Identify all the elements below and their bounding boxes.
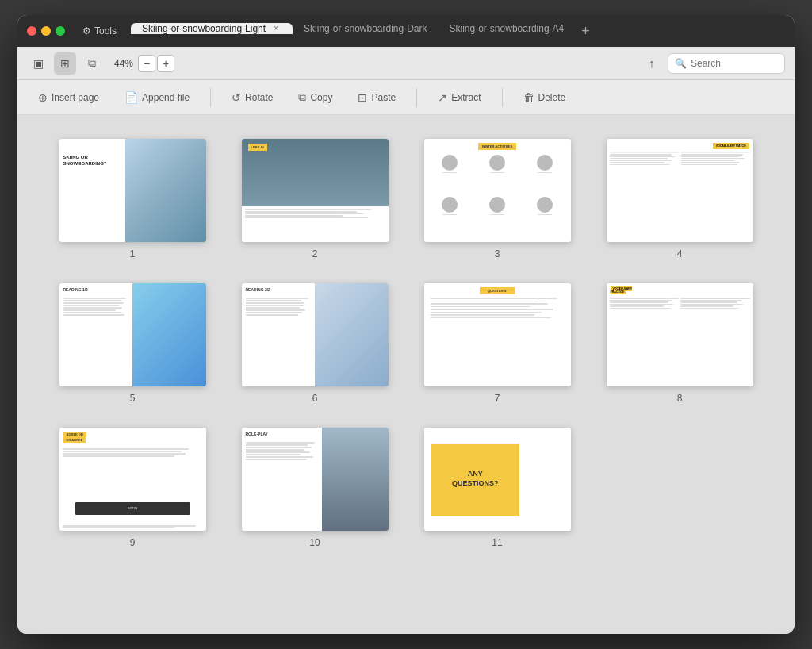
pages-area[interactable]: SKIING ORSNOWBOARDING? 1 LEAD-IN [17, 115, 795, 634]
page-thumb-11[interactable]: ANYQUESTIONS? [424, 428, 571, 531]
page-number-9: 9 [130, 537, 136, 548]
page-thumb-3[interactable]: WINTER ACTIVITIES [424, 139, 571, 242]
paste-label: Paste [371, 92, 396, 103]
grid-view-button[interactable]: ⊞ [54, 52, 76, 75]
page-11-content: ANYQUESTIONS? [424, 428, 571, 531]
tab-light-label: Skiing-or-snowboarding-Light [142, 23, 266, 34]
page-4-content: VOCABULARY MATCH [607, 139, 753, 242]
page-number-1: 1 [130, 248, 136, 259]
page-thumb-1[interactable]: SKIING ORSNOWBOARDING? [59, 139, 206, 242]
fullscreen-button[interactable] [56, 26, 65, 36]
share-button[interactable]: ↑ [641, 52, 663, 75]
page-10-content: ROLE-PLAY [242, 428, 389, 531]
delete-button[interactable]: 🗑 Delete [519, 88, 571, 107]
page-item-6[interactable]: READING 2/2 6 [232, 283, 398, 404]
divider-3 [502, 88, 503, 107]
page-number-8: 8 [677, 393, 683, 404]
page-number-3: 3 [495, 248, 500, 259]
page-number-6: 6 [312, 393, 318, 404]
sidebar-icon: ▣ [33, 57, 44, 70]
rotate-button[interactable]: ↺ Rotate [227, 88, 278, 107]
page-item-4[interactable]: VOCABULARY MATCH [596, 139, 763, 259]
copy-button[interactable]: ⧉ Copy [293, 87, 337, 107]
zoom-in-button[interactable]: + [157, 55, 174, 72]
append-icon: 📄 [124, 91, 138, 104]
copy-icon: ⧉ [298, 90, 306, 104]
action-bar: ⊕ Insert page 📄 Append file ↺ Rotate ⧉ C… [17, 80, 795, 115]
delete-icon: 🗑 [523, 91, 534, 104]
page-number-11: 11 [492, 537, 502, 548]
page-number-2: 2 [312, 248, 318, 259]
page-item-10[interactable]: ROLE-PLAY 10 [232, 428, 398, 548]
traffic-lights [27, 26, 65, 36]
search-box[interactable]: 🔍 [668, 53, 785, 74]
page-item-7[interactable]: QUESTIONS 7 [414, 283, 580, 404]
panel-icon: ⧉ [88, 56, 96, 70]
share-icon: ↑ [649, 56, 655, 70]
page-number-5: 5 [130, 393, 136, 404]
panel-view-button[interactable]: ⧉ [81, 52, 103, 75]
zoom-control: 44% − + [111, 55, 174, 72]
paste-button[interactable]: ⊡ Paste [353, 88, 400, 107]
main-window: ⚙ Tools Skiing-or-snowboarding-Light ✕ S… [17, 15, 795, 634]
page-item-3[interactable]: WINTER ACTIVITIES [414, 139, 580, 259]
tools-button[interactable]: ⚙ Tools [78, 24, 121, 38]
toolbar: ▣ ⊞ ⧉ 44% − + ↑ 🔍 [17, 47, 795, 80]
append-file-button[interactable]: 📄 Append file [120, 88, 194, 107]
search-input[interactable] [691, 58, 778, 69]
paste-icon: ⊡ [358, 91, 367, 104]
extract-button[interactable]: ↗ Extract [433, 88, 485, 107]
search-icon: 🔍 [675, 58, 687, 69]
page-number-10: 10 [309, 537, 320, 548]
tabs-container: Skiing-or-snowboarding-Light ✕ Skiing-or… [131, 23, 785, 40]
page-9-content: AGREE OR DISAGREE BUTTON [59, 428, 206, 531]
page-thumb-6[interactable]: READING 2/2 [242, 283, 389, 386]
extract-icon: ↗ [438, 91, 447, 104]
page-thumb-2[interactable]: LEAD-IN [242, 139, 389, 242]
tab-light-close[interactable]: ✕ [270, 23, 282, 34]
new-tab-button[interactable]: + [575, 23, 596, 40]
page-thumb-9[interactable]: AGREE OR DISAGREE BUTTON [59, 428, 206, 531]
gear-icon: ⚙ [82, 25, 91, 36]
page-item-9[interactable]: AGREE OR DISAGREE BUTTON [49, 428, 216, 548]
rotate-icon: ↺ [232, 91, 241, 104]
tab-light[interactable]: Skiing-or-snowboarding-Light ✕ [131, 23, 293, 34]
tab-dark-label: Skiing-or-snowboarding-Dark [304, 23, 427, 34]
page-thumb-8[interactable]: VOCABULARYPRACTICE [607, 283, 753, 386]
zoom-level-label: 44% [111, 58, 136, 69]
pages-grid: SKIING ORSNOWBOARDING? 1 LEAD-IN [49, 139, 763, 548]
minimize-button[interactable] [41, 26, 51, 36]
page-item-8[interactable]: VOCABULARYPRACTICE [596, 283, 763, 404]
tools-label: Tools [94, 25, 117, 36]
append-label: Append file [142, 92, 190, 103]
tab-dark[interactable]: Skiing-or-snowboarding-Dark [293, 23, 438, 34]
copy-label: Copy [310, 92, 332, 103]
page-8-content: VOCABULARYPRACTICE [607, 283, 753, 386]
page-item-2[interactable]: LEAD-IN 2 [232, 139, 398, 259]
tab-a4-label: Skiing-or-snowboarding-A4 [450, 23, 565, 34]
page-5-content: READING 1/2 [59, 283, 206, 386]
tab-a4[interactable]: Skiing-or-snowboarding-A4 [439, 23, 576, 34]
zoom-out-button[interactable]: − [138, 55, 155, 72]
page-6-content: READING 2/2 [242, 283, 389, 386]
insert-icon: ⊕ [38, 91, 48, 104]
page-3-content: WINTER ACTIVITIES [424, 139, 571, 242]
rotate-label: Rotate [245, 92, 273, 103]
page-item-11[interactable]: ANYQUESTIONS? 11 [414, 428, 580, 548]
page-thumb-4[interactable]: VOCABULARY MATCH [607, 139, 753, 242]
page-thumb-10[interactable]: ROLE-PLAY [242, 428, 389, 531]
page-7-content: QUESTIONS [424, 283, 571, 386]
insert-label: Insert page [52, 92, 99, 103]
divider-1 [210, 88, 211, 107]
page-item-5[interactable]: READING 1/2 5 [49, 283, 216, 404]
page-thumb-5[interactable]: READING 1/2 [59, 283, 206, 386]
page-item-1[interactable]: SKIING ORSNOWBOARDING? 1 [49, 139, 216, 259]
insert-page-button[interactable]: ⊕ Insert page [33, 88, 104, 107]
page-number-7: 7 [495, 393, 500, 404]
page-thumb-7[interactable]: QUESTIONS [424, 283, 571, 386]
page-2-content: LEAD-IN [242, 139, 389, 242]
delete-label: Delete [538, 92, 566, 103]
close-button[interactable] [27, 26, 36, 36]
sidebar-toggle-button[interactable]: ▣ [27, 52, 49, 75]
page-number-4: 4 [677, 248, 683, 259]
